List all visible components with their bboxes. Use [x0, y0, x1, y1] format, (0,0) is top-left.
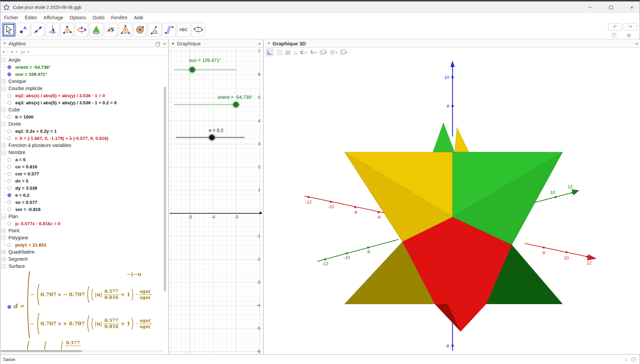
expand-node-icon[interactable]: + [1, 143, 6, 148]
visibility-marble[interactable] [7, 129, 11, 133]
tree-node-point[interactable]: + Point [0, 227, 164, 234]
tree-item-poly1[interactable]: poly1 = 21.651 [0, 241, 164, 249]
visibility-marble[interactable] [7, 115, 11, 119]
view-direction-icon[interactable]: C: [300, 50, 305, 55]
undock-panel-icon[interactable] [157, 42, 160, 45]
tree-node-plan[interactable]: − Plan [0, 213, 164, 220]
fx-dropdown-icon[interactable]: ▾ [27, 50, 29, 53]
expand-node-icon[interactable]: + [1, 229, 6, 233]
slider-ouv-track[interactable] [174, 69, 237, 70]
collapse-node-icon[interactable]: − [1, 108, 6, 112]
tree-item-i[interactable]: i: X = (-1.667, 0, -1.179) + λ (-0.577, … [0, 135, 164, 142]
undo-button[interactable]: ↶ [608, 23, 622, 30]
dropdown-icon[interactable]: ▾ [315, 51, 317, 54]
rotate-3d-view-tool-button[interactable] [192, 23, 205, 37]
expand-node-icon[interactable]: + [1, 79, 6, 84]
close-graphics-panel-button[interactable]: × [258, 41, 261, 46]
visibility-marble[interactable] [7, 94, 11, 98]
box-icon[interactable] [340, 51, 345, 55]
menu-outils[interactable]: Outils [93, 15, 105, 20]
tree-item-dy[interactable]: dy = 3.536 [0, 185, 164, 192]
tree-item-a[interactable]: a = 5 [0, 156, 164, 163]
rotate-view-menu[interactable]: ↻ ▾ [310, 49, 317, 56]
visibility-marble[interactable] [7, 222, 11, 226]
tree-node-surface[interactable]: − Surface [0, 263, 164, 270]
graphics3d-canvas[interactable]: 10 8 -6 -8 -12 -10 -8 -6 8 10 12 -12 -10… [264, 48, 640, 354]
point-tool-button[interactable]: A ▿ [17, 23, 30, 37]
tool-dropdown-icon[interactable]: ▿ [43, 34, 44, 37]
tree-node-polygone[interactable]: − Polygone [0, 234, 164, 241]
input-help-icon[interactable]: ? [631, 357, 636, 362]
show-plane-icon[interactable] [285, 50, 291, 55]
tree-item-sor[interactable]: sor = -0.816 [0, 206, 164, 213]
visibility-marble[interactable] [7, 158, 11, 162]
sort-mode-icon[interactable]: ≡ [11, 49, 14, 55]
tree-item-so[interactable]: so = 0.577 [0, 199, 164, 206]
show-grid-icon[interactable] [277, 50, 282, 55]
tree-node-courbe-implicite[interactable]: − Courbe implicite [0, 85, 164, 92]
slider-e-handle[interactable] [209, 135, 215, 140]
tool-dropdown-icon[interactable]: ▿ [101, 34, 102, 37]
slider-orient-handle[interactable] [233, 102, 239, 107]
close-window-button[interactable]: × [626, 3, 638, 12]
menu-affichage[interactable]: Affichage [44, 15, 63, 20]
tree-item-eq2[interactable]: eq2: abs(x) / abs(5) + abs(y) / 3.536 - … [0, 92, 164, 99]
pyramid-tool-button[interactable]: ▿ [119, 23, 132, 37]
sphere-tool-button[interactable]: ▿ [133, 23, 147, 37]
input-history-stepper[interactable]: ▴▾ [625, 358, 626, 362]
visibility-marble[interactable] [7, 136, 11, 140]
slider-ouv-label[interactable]: ouv = 109.471° [186, 58, 224, 63]
collapse-node-icon[interactable]: − [1, 264, 6, 269]
collapse-node-icon[interactable]: − [1, 150, 6, 155]
collapse-node-icon[interactable]: − [1, 58, 6, 62]
menu-fichier[interactable]: Fichier [4, 15, 18, 20]
collapse-node-icon[interactable]: − [1, 86, 6, 91]
clipping-box-menu[interactable]: ▾ [320, 51, 327, 55]
menu-fenetre[interactable]: Fenêtre [111, 15, 127, 20]
maximize-button[interactable] [605, 3, 617, 12]
tree-node-angle[interactable]: − Angle [0, 57, 164, 64]
tree-node-segment[interactable]: + Segment [0, 256, 164, 263]
menu-options[interactable]: Options [70, 15, 86, 20]
menu-editer[interactable]: Éditer [25, 15, 37, 20]
visibility-marble[interactable] [7, 243, 11, 247]
close-algebra-panel-button[interactable]: × [163, 41, 166, 46]
tree-node-cube[interactable]: − Cube [0, 106, 164, 113]
tool-dropdown-icon[interactable]: ▿ [116, 34, 117, 37]
help-icon[interactable]: ? [612, 33, 616, 38]
collapse-node-icon[interactable]: − [1, 236, 6, 240]
collapse-node-icon[interactable]: − [1, 122, 6, 126]
tree-item-eq1[interactable]: eq1: 0.2x + 0.2y = 1 [0, 128, 164, 135]
collapse-caret-icon[interactable]: ▼ [3, 42, 6, 45]
dropdown-icon[interactable]: ▾ [336, 51, 337, 54]
move-tool-button[interactable] [2, 23, 16, 37]
perpendicular-line-tool-button[interactable]: ▿ [46, 23, 59, 37]
visibility-marble[interactable] [7, 305, 11, 309]
visibility-marble[interactable] [7, 193, 11, 197]
tree-item-surface-d-formula[interactable]: d = −(−u − 0.707 v − 0.707 [5, 271, 165, 350]
polygon-tool-button[interactable]: ▿ [60, 23, 74, 37]
tree-node-fonction[interactable]: + Fonction à plusieurs variables [0, 142, 164, 149]
expand-node-icon[interactable]: + [1, 257, 6, 261]
angle-tool-button[interactable]: α ▿ [148, 23, 161, 37]
text-tool-button[interactable]: ABC [177, 23, 191, 37]
projection-icon[interactable] [330, 50, 335, 55]
circle-axis-tool-button[interactable]: ▿ [75, 23, 88, 37]
minimize-button[interactable] [584, 3, 596, 12]
standard-view-home-icon[interactable]: ⌂ [294, 50, 297, 56]
tool-dropdown-icon[interactable]: ▿ [28, 34, 29, 37]
tree-item-dx[interactable]: dx = 5 [0, 177, 164, 185]
tree-item-co[interactable]: co = 0.816 [0, 163, 164, 170]
auxiliary-objects-icon[interactable]: ≡ [2, 49, 5, 55]
visibility-marble[interactable] [7, 72, 11, 76]
tree-node-droite[interactable]: − Droite [0, 121, 164, 128]
expand-caret-icon[interactable]: ▶ [172, 42, 175, 45]
tool-dropdown-icon[interactable]: ▿ [159, 34, 161, 37]
reflect-tool-button[interactable]: ▿ [162, 23, 176, 37]
visibility-marble[interactable] [7, 172, 11, 176]
graphics-canvas[interactable]: 7 6 5 4 3 2 1 -1 -2 -3 -4 -5 -6 -5 -4 -3… [169, 48, 263, 354]
collapse-node-icon[interactable]: − [1, 214, 6, 219]
sort-dropdown-icon[interactable]: ▾ [16, 50, 18, 53]
slider-orient-track[interactable] [174, 104, 240, 105]
tree-item-eq3[interactable]: eq3: abs(x) / abs(5) + abs(y) / 3.536 - … [0, 99, 164, 106]
